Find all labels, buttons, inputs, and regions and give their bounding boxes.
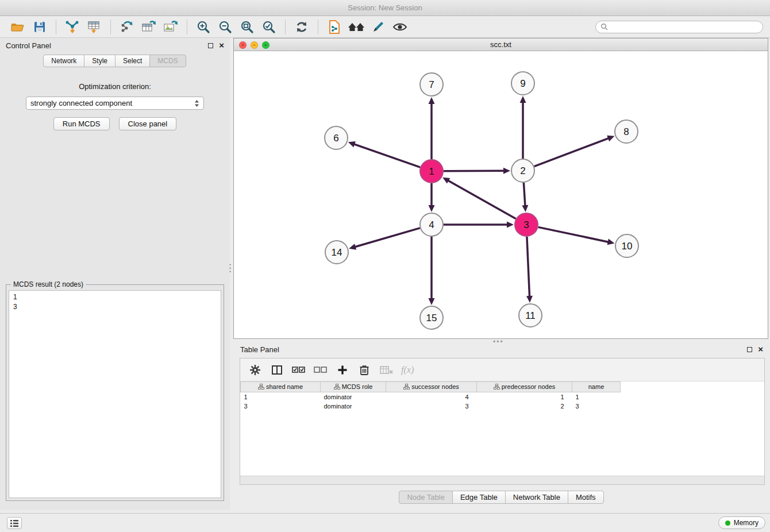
delete-table-icon bbox=[380, 365, 393, 375]
table-cell[interactable]: 3 bbox=[241, 402, 321, 411]
graph-edge-2-8[interactable] bbox=[534, 138, 609, 167]
toolbar-separator bbox=[318, 20, 318, 34]
table-cell[interactable]: 1 bbox=[241, 392, 321, 402]
graph-edge-3-1[interactable] bbox=[448, 180, 516, 218]
table-cell[interactable]: 1 bbox=[572, 392, 621, 402]
maximize-window-icon[interactable]: + bbox=[262, 41, 270, 49]
delete-table-button[interactable] bbox=[377, 361, 395, 379]
clone-network-button[interactable] bbox=[324, 18, 345, 36]
graph-node-label: 1 bbox=[429, 166, 434, 177]
table-cell-filler bbox=[621, 392, 765, 402]
control-panel-title: Control Panel bbox=[6, 41, 51, 50]
float-panel-icon[interactable] bbox=[208, 43, 213, 48]
search-input[interactable] bbox=[611, 23, 758, 31]
zoom-out-icon bbox=[218, 20, 232, 34]
refresh-icon bbox=[295, 20, 309, 34]
table-cell[interactable]: 3 bbox=[386, 402, 477, 411]
table-row[interactable]: 3dominator323 bbox=[241, 402, 765, 411]
sort-hierarchy-icon bbox=[334, 384, 340, 390]
tab-select[interactable]: Select bbox=[115, 55, 150, 67]
vertical-splitter[interactable]: ••• bbox=[229, 263, 231, 273]
zoom-in-button[interactable] bbox=[192, 18, 214, 36]
network-window: × − + scc.txt 7968124314101511 bbox=[233, 38, 768, 339]
import-table-button[interactable] bbox=[83, 18, 105, 36]
column-header-successor-nodes[interactable]: successor nodes bbox=[386, 382, 477, 392]
memory-label: Memory bbox=[734, 519, 759, 527]
graph-arrowhead-icon bbox=[429, 205, 435, 212]
run-mcds-button[interactable]: Run MCDS bbox=[53, 117, 110, 130]
table-cell[interactable]: 2 bbox=[477, 402, 572, 411]
tab-node-table[interactable]: Node Table bbox=[399, 491, 453, 504]
table-cell[interactable]: 4 bbox=[386, 392, 477, 402]
control-panel-header: Control Panel × bbox=[0, 38, 230, 53]
export-table-button[interactable] bbox=[138, 18, 160, 36]
add-row-button[interactable] bbox=[333, 361, 352, 379]
save-session-button[interactable] bbox=[29, 18, 51, 36]
table-cell[interactable]: 3 bbox=[572, 402, 621, 411]
close-table-panel-icon[interactable]: × bbox=[758, 346, 763, 353]
column-header-mcds-role[interactable]: MCDS role bbox=[321, 382, 386, 392]
main-toolbar bbox=[0, 16, 770, 38]
function-builder-button[interactable]: f(x) bbox=[399, 361, 416, 379]
deselect-all-columns-button[interactable] bbox=[311, 361, 330, 379]
graph-edge-1-2[interactable] bbox=[444, 171, 504, 171]
tab-edge-table[interactable]: Edge Table bbox=[452, 491, 506, 504]
sort-hierarchy-icon bbox=[403, 384, 410, 390]
tab-network-table[interactable]: Network Table bbox=[505, 491, 568, 504]
apply-layout-button[interactable] bbox=[291, 18, 313, 36]
tab-style[interactable]: Style bbox=[84, 55, 116, 67]
select-all-columns-button[interactable] bbox=[290, 361, 308, 379]
float-table-panel-icon[interactable] bbox=[747, 347, 752, 352]
table-cell[interactable]: dominator bbox=[321, 402, 386, 411]
tab-mcds[interactable]: MCDS bbox=[149, 55, 186, 67]
toolbar-separator bbox=[56, 20, 56, 34]
export-network-button[interactable] bbox=[116, 18, 138, 36]
close-window-icon[interactable]: × bbox=[239, 41, 247, 49]
open-file-button[interactable] bbox=[7, 18, 29, 36]
table-row[interactable]: 1dominator411 bbox=[241, 392, 765, 402]
export-image-button[interactable] bbox=[160, 18, 182, 36]
network-window-titlebar[interactable]: × − + scc.txt bbox=[234, 38, 768, 51]
import-table-icon bbox=[87, 20, 102, 34]
table-cell[interactable]: 1 bbox=[477, 392, 572, 402]
mcds-result-list[interactable]: 1 3 bbox=[9, 290, 221, 498]
window-titlebar: Session: New Session bbox=[0, 0, 770, 16]
minimize-window-icon[interactable]: − bbox=[251, 41, 258, 49]
graph-edge-1-6[interactable] bbox=[354, 144, 420, 167]
first-neighbors-button[interactable] bbox=[345, 18, 367, 36]
memory-button[interactable]: Memory bbox=[718, 516, 765, 529]
zoom-out-button[interactable] bbox=[214, 18, 236, 36]
show-columns-button[interactable] bbox=[268, 361, 286, 379]
tab-motifs[interactable]: Motifs bbox=[568, 491, 604, 504]
column-settings-button[interactable] bbox=[246, 361, 264, 379]
column-header-name[interactable]: name bbox=[572, 382, 621, 392]
import-network-button[interactable] bbox=[61, 18, 83, 36]
table-cell[interactable]: dominator bbox=[321, 392, 386, 402]
status-bar: Memory bbox=[0, 513, 770, 532]
graph-edge-4-14[interactable] bbox=[355, 228, 420, 247]
apply-style-button[interactable] bbox=[367, 18, 389, 36]
graph-edge-2-3[interactable] bbox=[523, 183, 525, 206]
graph-arrowhead-icon bbox=[526, 296, 533, 303]
column-header-shared-name[interactable]: shared name bbox=[241, 382, 321, 392]
graph-edge-3-11[interactable] bbox=[527, 237, 530, 296]
network-canvas[interactable]: 7968124314101511 bbox=[234, 51, 768, 338]
fx-icon: f(x) bbox=[401, 365, 414, 375]
close-panel-icon[interactable]: × bbox=[219, 42, 224, 49]
zoom-fit-button[interactable] bbox=[236, 18, 258, 36]
tab-network[interactable]: Network bbox=[43, 55, 84, 67]
show-hide-graphics-button[interactable] bbox=[389, 18, 411, 36]
graph-edge-3-10[interactable] bbox=[538, 227, 609, 242]
search-field[interactable] bbox=[595, 21, 763, 33]
delete-row-button[interactable] bbox=[355, 361, 374, 379]
sort-hierarchy-icon bbox=[258, 384, 264, 390]
column-header-predecessor-nodes[interactable]: predecessor nodes bbox=[477, 382, 572, 392]
task-history-button[interactable] bbox=[7, 517, 22, 529]
mcds-result-line: 1 bbox=[13, 292, 217, 302]
zoom-selected-button[interactable] bbox=[258, 18, 280, 36]
criterion-dropdown[interactable]: strongly connected component bbox=[26, 97, 204, 110]
table-hscrollbar[interactable] bbox=[240, 476, 764, 484]
close-panel-button[interactable]: Close panel bbox=[119, 117, 177, 130]
graph-arrowhead-icon bbox=[522, 205, 528, 212]
mcds-result-line: 3 bbox=[13, 302, 217, 312]
